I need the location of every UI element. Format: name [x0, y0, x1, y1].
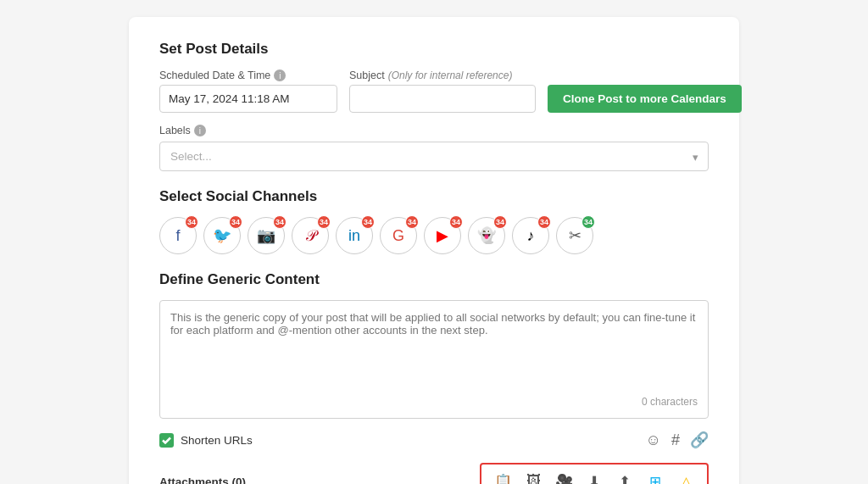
social-icon-linkedin[interactable]: in34	[336, 217, 373, 254]
attachments-row: Attachments (0) 📋🖼🎥⬇⬆⊞△	[159, 463, 709, 484]
labels-section: Labels i Select... ▾	[159, 125, 709, 171]
scheduled-info-icon[interactable]: i	[274, 70, 286, 81]
scheduled-field-group: Scheduled Date & Time i	[159, 70, 337, 113]
social-channels-section: Select Social Channels f34🐦34📷34𝒫34in34G…	[159, 188, 709, 254]
social-icon-pinterest[interactable]: 𝒫34	[292, 217, 329, 254]
scheduled-label: Scheduled Date & Time i	[159, 70, 337, 81]
social-channels-title: Select Social Channels	[159, 188, 709, 205]
social-badge-instagram: 34	[273, 215, 287, 229]
social-badge-pinterest: 34	[317, 215, 331, 229]
shorten-urls-checkbox[interactable]	[159, 433, 174, 448]
social-icon-google[interactable]: G34	[380, 217, 417, 254]
subject-input[interactable]	[349, 85, 536, 113]
shorten-left: Shorten URLs	[159, 433, 253, 448]
subject-field-group: Subject (Only for internal reference)	[349, 70, 536, 113]
shorten-urls-row: Shorten URLs ☺ # 🔗	[159, 431, 709, 449]
subject-label: Subject (Only for internal reference)	[349, 70, 536, 81]
social-icon-youtube[interactable]: ▶34	[424, 217, 461, 254]
shorten-urls-label: Shorten URLs	[181, 434, 253, 447]
hashtag-icon[interactable]: #	[671, 431, 680, 449]
social-badge-facebook: 34	[185, 215, 198, 229]
social-badge-snapchat: 34	[493, 215, 507, 229]
labels-select[interactable]: Select...	[159, 142, 709, 171]
social-badge-xero: 34	[581, 215, 595, 229]
social-icon-tiktok[interactable]: ♪34	[512, 217, 549, 254]
social-badge-twitter: 34	[229, 215, 242, 229]
labels-label: Labels i	[159, 125, 709, 136]
scheduled-datetime-input[interactable]	[159, 85, 337, 113]
content-textarea[interactable]	[170, 311, 698, 387]
labels-select-wrapper[interactable]: Select... ▾	[159, 142, 709, 171]
labels-info-icon[interactable]: i	[194, 125, 206, 136]
emoji-icon[interactable]: ☺	[646, 431, 661, 449]
text-attach-button[interactable]: 📋	[490, 470, 515, 484]
main-panel: Set Post Details Scheduled Date & Time i…	[129, 17, 739, 484]
gdrive-attach-button[interactable]: △	[673, 470, 698, 484]
attachments-label: Attachments (0)	[159, 476, 246, 485]
social-icon-snapchat[interactable]: 👻34	[468, 217, 505, 254]
social-icon-facebook[interactable]: f34	[159, 217, 197, 254]
content-textarea-wrap: 0 characters	[159, 300, 709, 419]
image-attach-button[interactable]: 🖼	[520, 470, 546, 484]
social-icon-twitter[interactable]: 🐦34	[203, 217, 241, 254]
page-title: Set Post Details	[159, 41, 709, 58]
clone-button[interactable]: Clone Post to more Calendars	[548, 85, 742, 113]
video-attach-button[interactable]: 🎥	[551, 470, 576, 484]
char-count: 0 characters	[170, 396, 698, 408]
download-attach-button[interactable]: ⬇	[581, 470, 607, 484]
social-badge-google: 34	[405, 215, 419, 229]
social-badge-linkedin: 34	[361, 215, 375, 229]
windows-attach-button[interactable]: ⊞	[643, 470, 668, 484]
social-icon-xero[interactable]: ✂34	[556, 217, 593, 254]
generic-content-section: Define Generic Content 0 characters	[159, 271, 709, 419]
mention-icon[interactable]: 🔗	[690, 431, 709, 449]
social-icons-row: f34🐦34📷34𝒫34in34G34▶34👻34♪34✂34	[159, 217, 709, 254]
generic-content-title: Define Generic Content	[159, 271, 709, 288]
social-badge-youtube: 34	[449, 215, 463, 229]
attachments-toolbar: 📋🖼🎥⬇⬆⊞△	[480, 463, 709, 484]
shorten-icons: ☺ # 🔗	[646, 431, 709, 449]
social-badge-tiktok: 34	[537, 215, 551, 229]
social-icon-instagram[interactable]: 📷34	[248, 217, 285, 254]
upload-attach-button[interactable]: ⬆	[612, 470, 637, 484]
